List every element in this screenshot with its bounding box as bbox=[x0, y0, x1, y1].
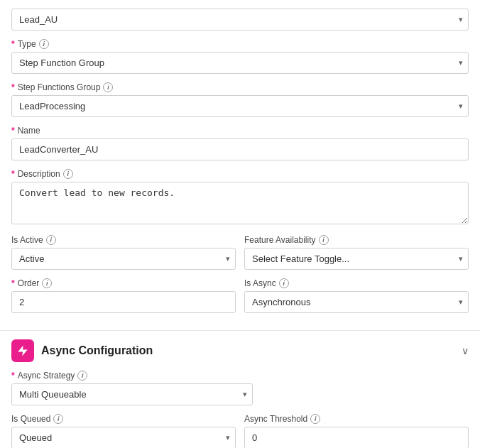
step-functions-group-row: * Step Functions Group i LeadProcessing … bbox=[11, 82, 469, 117]
type-required-marker: * bbox=[11, 39, 15, 49]
is-async-label: Is Async i bbox=[244, 278, 469, 288]
sfg-select[interactable]: LeadProcessing bbox=[11, 95, 469, 117]
is-async-select[interactable]: Asynchronous bbox=[244, 291, 469, 313]
description-row: * Description i Convert lead to new reco… bbox=[11, 169, 469, 226]
async-strategy-required-marker: * bbox=[11, 371, 15, 381]
async-strategy-label: * Async Strategy i bbox=[11, 371, 469, 381]
description-required-marker: * bbox=[11, 169, 15, 179]
description-info-icon[interactable]: i bbox=[63, 169, 73, 179]
type-label: * Type i bbox=[11, 39, 469, 49]
type-row: * Type i Step Function Group ▾ bbox=[11, 39, 469, 74]
async-strategy-label-text: Async Strategy bbox=[18, 371, 75, 381]
order-input[interactable] bbox=[11, 291, 236, 313]
name-input[interactable] bbox=[11, 138, 469, 160]
is-active-select-wrapper: Active ▾ bbox=[11, 248, 236, 270]
order-info-icon[interactable]: i bbox=[42, 278, 52, 288]
async-section-header: Async Configuration ∨ bbox=[11, 331, 469, 371]
name-required-marker: * bbox=[11, 126, 15, 136]
async-strategy-info-icon[interactable]: i bbox=[77, 371, 87, 381]
order-col: * Order i bbox=[11, 278, 236, 313]
is-active-label-text: Is Active bbox=[11, 235, 43, 245]
is-queued-label-text: Is Queued bbox=[11, 414, 50, 424]
type-select[interactable]: Step Function Group bbox=[11, 52, 469, 74]
active-feature-row: Is Active i Active ▾ Feature Availabilit… bbox=[11, 235, 469, 270]
is-queued-select-wrapper: Queued ▾ bbox=[11, 427, 236, 448]
async-section-icon bbox=[11, 339, 34, 362]
order-label-text: Order bbox=[18, 278, 40, 288]
form-container: Lead_AU ▾ * Type i Step Function Group ▾… bbox=[0, 0, 480, 330]
order-required-marker: * bbox=[11, 278, 15, 288]
is-async-col: Is Async i Asynchronous ▾ bbox=[244, 278, 469, 313]
is-queued-label: Is Queued i bbox=[11, 414, 236, 424]
description-label-text: Description bbox=[18, 169, 60, 179]
is-active-label: Is Active i bbox=[11, 235, 236, 245]
top-dropdown-row: Lead_AU ▾ bbox=[11, 9, 469, 31]
order-async-row: * Order i Is Async i Asynchronous ▾ bbox=[11, 278, 469, 313]
async-threshold-info-icon[interactable]: i bbox=[310, 414, 320, 424]
type-select-wrapper: Step Function Group ▾ bbox=[11, 52, 469, 74]
sfg-select-wrapper: LeadProcessing ▾ bbox=[11, 95, 469, 117]
async-threshold-label-text: Async Threshold bbox=[244, 414, 307, 424]
description-textarea[interactable]: Convert lead to new records. bbox=[11, 182, 469, 224]
lightning-icon bbox=[16, 344, 29, 357]
feature-availability-label-text: Feature Availability bbox=[244, 235, 316, 245]
is-async-info-icon[interactable]: i bbox=[279, 278, 289, 288]
async-strategy-select-wrapper: Multi Queueable ▾ bbox=[11, 383, 253, 405]
feature-availability-col: Feature Availability i Select Feature To… bbox=[244, 235, 469, 270]
is-async-label-text: Is Async bbox=[244, 278, 276, 288]
async-strategy-select[interactable]: Multi Queueable bbox=[11, 383, 253, 405]
async-section-header-left: Async Configuration bbox=[11, 339, 153, 362]
is-active-info-icon[interactable]: i bbox=[46, 235, 56, 245]
sfg-label-text: Step Functions Group bbox=[18, 82, 101, 92]
feature-availability-select[interactable]: Select Feature Toggle... bbox=[244, 248, 469, 270]
async-section: Async Configuration ∨ * Async Strategy i… bbox=[0, 330, 480, 448]
top-dropdown[interactable]: Lead_AU bbox=[11, 9, 469, 31]
sfg-info-icon[interactable]: i bbox=[103, 82, 113, 92]
async-threshold-label: Async Threshold i bbox=[244, 414, 469, 424]
type-label-text: Type bbox=[18, 39, 36, 49]
step-functions-group-label: * Step Functions Group i bbox=[11, 82, 469, 92]
name-row: * Name bbox=[11, 126, 469, 160]
is-async-select-wrapper: Asynchronous ▾ bbox=[244, 291, 469, 313]
async-strategy-row: * Async Strategy i Multi Queueable ▾ bbox=[11, 371, 469, 405]
top-dropdown-wrapper: Lead_AU ▾ bbox=[11, 9, 469, 31]
feature-availability-select-wrapper: Select Feature Toggle... ▾ bbox=[244, 248, 469, 270]
is-queued-col: Is Queued i Queued ▾ bbox=[11, 414, 236, 448]
async-threshold-input[interactable] bbox=[244, 427, 469, 448]
sfg-required-marker: * bbox=[11, 82, 15, 92]
async-threshold-col: Async Threshold i bbox=[244, 414, 469, 448]
description-label: * Description i bbox=[11, 169, 469, 179]
name-label-text: Name bbox=[18, 126, 40, 136]
name-label: * Name bbox=[11, 126, 469, 136]
is-queued-select[interactable]: Queued bbox=[11, 427, 236, 448]
type-info-icon[interactable]: i bbox=[39, 39, 49, 49]
feature-availability-info-icon[interactable]: i bbox=[319, 235, 329, 245]
queued-threshold-row: Is Queued i Queued ▾ Async Threshold i bbox=[11, 414, 469, 448]
is-active-col: Is Active i Active ▾ bbox=[11, 235, 236, 270]
async-section-collapse-icon[interactable]: ∨ bbox=[462, 345, 469, 356]
is-queued-info-icon[interactable]: i bbox=[53, 414, 63, 424]
feature-availability-label: Feature Availability i bbox=[244, 235, 469, 245]
order-label: * Order i bbox=[11, 278, 236, 288]
is-active-select[interactable]: Active bbox=[11, 248, 236, 270]
async-section-title: Async Configuration bbox=[41, 344, 153, 357]
